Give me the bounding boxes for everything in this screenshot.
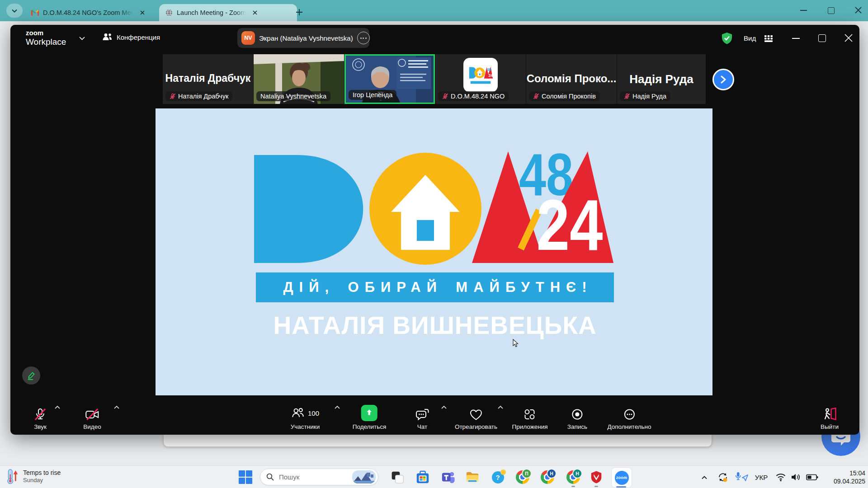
screen-share-tab[interactable]: NV Экран (Nataliya Vyshnevetska): [237, 28, 369, 48]
view-grid-icon[interactable]: [764, 35, 773, 42]
mcafee-button[interactable]: [589, 469, 604, 485]
record-label: Запись: [567, 423, 587, 430]
security-shield-icon[interactable]: [721, 32, 733, 45]
view-button[interactable]: Вид: [744, 34, 756, 42]
running-indicator: [571, 486, 575, 487]
mic-muted-icon: [442, 93, 448, 99]
tray-sync-button[interactable]: [716, 469, 730, 485]
question-icon: ?: [492, 471, 504, 483]
share-screen-icon: [361, 405, 377, 421]
search-input[interactable]: [278, 473, 348, 481]
window-close-button[interactable]: [844, 34, 853, 42]
brand-line1: zoom: [26, 29, 66, 36]
tray-language-button[interactable]: УКР: [752, 469, 770, 485]
participant-tile-ruda[interactable]: Надія Руда Надія Руда: [617, 54, 706, 104]
chevron-down-icon: [12, 9, 17, 13]
task-view-button[interactable]: [390, 469, 405, 485]
ngo-logo-card: 48 24: [463, 58, 498, 92]
tab-conference[interactable]: Конференция: [102, 33, 160, 42]
mic-muted-icon: [624, 93, 630, 99]
share-label: Поделиться: [353, 423, 387, 430]
audio-label: Звук: [34, 423, 47, 430]
share-screen-button[interactable]: Поделиться: [353, 405, 387, 430]
browser-minimize-button[interactable]: [800, 10, 807, 11]
participants-options-chevron[interactable]: [335, 406, 340, 409]
tray-volume-button[interactable]: [789, 469, 803, 485]
tab-close-icon[interactable]: [250, 8, 260, 18]
chrome-profile2-button[interactable]: Н: [540, 469, 555, 485]
audio-options-chevron[interactable]: [55, 406, 60, 409]
teams-icon: [441, 470, 455, 484]
more-icon: [623, 408, 636, 421]
gmail-icon: [31, 10, 39, 16]
mouse-cursor: [513, 339, 519, 347]
view-label: Вид: [744, 34, 756, 42]
participant-tile-prokopiv[interactable]: Соломія Проко... Соломія Прокопів: [526, 54, 617, 104]
next-participants-button[interactable]: [712, 69, 734, 90]
teams-button[interactable]: [440, 469, 456, 485]
tray-clock[interactable]: 15:04 09.04.2025: [826, 469, 865, 485]
record-button[interactable]: Запись: [567, 408, 587, 430]
react-button[interactable]: Отреагировать: [455, 408, 497, 430]
workspace-dropdown[interactable]: [79, 37, 85, 40]
participant-name-label: Надія Руда: [620, 91, 670, 101]
language-indicator: УКР: [755, 474, 768, 481]
question-mark: ?: [495, 474, 500, 481]
leave-button[interactable]: Выйти: [821, 408, 839, 430]
microsoft-store-icon: [415, 470, 430, 484]
people-icon: [102, 33, 113, 42]
taskbar-search[interactable]: [260, 469, 378, 485]
svg-text:24: 24: [537, 184, 603, 265]
window-maximize-button[interactable]: [818, 34, 826, 42]
participant-tile-ngo[interactable]: 48 24 D.O.M.48.24 NGO: [435, 54, 526, 104]
tray-mic-location-button[interactable]: [734, 469, 750, 485]
mcafee-icon: [590, 470, 603, 484]
participant-tile-tsependa[interactable]: Ігор Цепенда: [344, 54, 435, 104]
chrome-profile1-button[interactable]: П: [515, 469, 530, 485]
participants-button[interactable]: 100 Участники: [291, 405, 320, 430]
video-button[interactable]: Видео: [83, 408, 101, 430]
wifi-icon: [775, 473, 786, 482]
browser-tab-gmail[interactable]: D.O.M.48.24 NGO's Zoom Meet: [25, 4, 163, 21]
chat-options-chevron[interactable]: [441, 406, 447, 409]
more-options-icon[interactable]: [357, 32, 370, 44]
tray-wifi-button[interactable]: [774, 469, 788, 485]
sync-icon: [717, 472, 728, 483]
battery-icon: [806, 473, 818, 481]
new-tab-button[interactable]: [293, 6, 306, 19]
file-explorer-button[interactable]: [465, 469, 480, 485]
start-button[interactable]: [238, 469, 253, 485]
browser-maximize-button[interactable]: [828, 7, 835, 14]
participant-name: Соломія Прокопів: [542, 93, 596, 100]
participants-label: Участники: [291, 423, 320, 430]
browser-close-button[interactable]: [855, 7, 862, 14]
slide-presenter-name: НАТАЛІЯ ВИШНЕВЕЦЬКА: [256, 311, 614, 340]
window-minimize-button[interactable]: [792, 38, 800, 39]
slide-tagline-banner: ДІЙ, ОБИРАЙ МАЙБУТНЄ!: [256, 272, 614, 302]
apps-button[interactable]: Приложения: [512, 408, 548, 430]
chrome-profile3-button[interactable]: Н: [566, 469, 581, 485]
tab-title: Launch Meeting - Zoom: [177, 9, 246, 16]
annotate-button[interactable]: [22, 366, 40, 385]
tray-expand-button[interactable]: [698, 469, 710, 485]
tab-search-button[interactable]: [6, 4, 23, 18]
help-app-button[interactable]: ?: [490, 469, 505, 485]
participant-tile-drabchuk[interactable]: Наталія Драбчук Наталія Драбчук: [163, 54, 253, 104]
weather-text: Temps to rise Sunday: [23, 469, 61, 483]
react-options-chevron[interactable]: [498, 406, 503, 409]
zoom-app-button[interactable]: zoom: [611, 467, 632, 488]
leave-meeting-icon: [822, 408, 837, 421]
dom-mini-logo: 48 24: [467, 61, 495, 89]
weather-widget[interactable]: Temps to rise Sunday: [5, 469, 61, 484]
microsoft-store-button[interactable]: [415, 469, 430, 485]
chat-button[interactable]: Чат: [415, 408, 429, 430]
tab-close-icon[interactable]: [137, 8, 147, 18]
participants-icon: [291, 406, 305, 420]
weather-title: Temps to rise: [23, 469, 61, 476]
more-button[interactable]: Дополнительно: [607, 408, 651, 430]
tray-battery-button[interactable]: [805, 469, 819, 485]
video-options-chevron[interactable]: [114, 406, 119, 409]
audio-button[interactable]: Звук: [33, 408, 47, 430]
participant-tile-vyshnevetska[interactable]: Nataliya Vyshnevetska: [254, 54, 344, 104]
browser-tab-zoom[interactable]: Launch Meeting - Zoom: [159, 4, 297, 21]
